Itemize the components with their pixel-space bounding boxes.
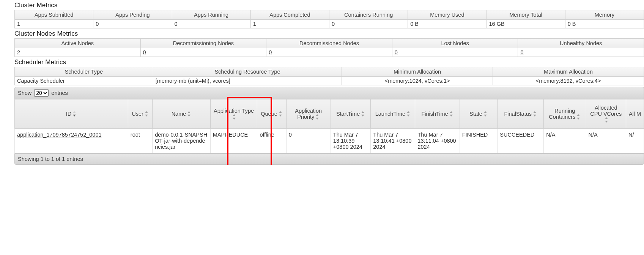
entries-toolbar: Show 20 entries	[14, 87, 644, 99]
td-all-m: N/	[626, 129, 644, 153]
td-min-alloc: <memory:1024, vCores:1>	[342, 77, 493, 85]
th-unhealthy-nodes[interactable]: Unhealthy Nodes	[518, 39, 644, 48]
th-id[interactable]: ID	[15, 99, 128, 129]
td-max-alloc: <memory:8192, vCores:4>	[493, 77, 644, 85]
td-lost-nodes[interactable]: 0	[392, 48, 518, 57]
th-queue[interactable]: Queue	[257, 99, 286, 129]
th-user[interactable]: User	[128, 99, 152, 129]
th-alloc-cpu[interactable]: Allocated CPU VCores	[586, 99, 626, 129]
entries-label: entries	[51, 90, 68, 96]
td-finish-time: Thu Mar 7 13:11:04 +0800 2024	[415, 129, 460, 153]
th-decommissioning-nodes[interactable]: Decommissioning Nodes	[140, 39, 266, 48]
th-launch-time[interactable]: LaunchTime	[371, 99, 415, 129]
th-containers-running[interactable]: Containers Running	[329, 10, 408, 20]
td-containers-running: 0	[329, 20, 408, 28]
th-apps-completed[interactable]: Apps Completed	[250, 10, 329, 20]
td-final-status: SUCCEEDED	[498, 129, 544, 153]
th-apps-running[interactable]: Apps Running	[172, 10, 250, 20]
th-name[interactable]: Name	[153, 99, 210, 129]
td-memory-total: 16 GB	[487, 20, 565, 28]
th-finish-time[interactable]: FinishTime	[415, 99, 460, 129]
td-apps-completed: 1	[250, 20, 329, 28]
td-memory-extra: 0 B	[565, 20, 644, 28]
th-start-time[interactable]: StartTime	[331, 99, 370, 129]
td-unhealthy-nodes[interactable]: 0	[518, 48, 644, 57]
applications-table: ID User Name Application Type Queue Appl…	[14, 99, 644, 153]
th-running-containers[interactable]: Running Containers	[544, 99, 586, 129]
td-apps-running: 0	[172, 20, 250, 28]
td-apps-submitted: 1	[15, 20, 93, 28]
td-start-time: Thu Mar 7 13:10:39 +0800 2024	[331, 129, 370, 153]
scheduler-metrics-table: Scheduler Type Scheduling Resource Type …	[14, 67, 644, 85]
section-scheduler-metrics: Scheduler Metrics	[14, 58, 644, 66]
th-apps-submitted[interactable]: Apps Submitted	[15, 10, 93, 20]
th-scheduler-type[interactable]: Scheduler Type	[15, 67, 153, 77]
td-launch-time: Thu Mar 7 13:10:41 +0800 2024	[371, 129, 415, 153]
td-alloc-cpu: N/A	[586, 129, 626, 153]
th-apps-pending[interactable]: Apps Pending	[93, 10, 172, 20]
show-label: Show	[18, 90, 31, 96]
th-priority[interactable]: Application Priority	[286, 99, 331, 129]
th-memory-total[interactable]: Memory Total	[487, 10, 565, 20]
td-decommissioning-nodes[interactable]: 0	[140, 48, 266, 57]
th-sched-resource-type[interactable]: Scheduling Resource Type	[153, 67, 342, 77]
th-active-nodes[interactable]: Active Nodes	[15, 39, 141, 48]
td-state: FINISHED	[460, 129, 498, 153]
th-max-alloc[interactable]: Maximum Allocation	[493, 67, 644, 77]
td-active-nodes[interactable]: 2	[15, 48, 141, 57]
td-apps-pending: 0	[93, 20, 172, 28]
td-memory-used: 0 B	[408, 20, 487, 28]
td-user: root	[128, 129, 152, 153]
td-queue: offline	[257, 129, 286, 153]
table-row: application_1709785724752_0001 root demo…	[15, 129, 644, 153]
th-min-alloc[interactable]: Minimum Allocation	[342, 67, 493, 77]
td-name: demo-0.0.1-SNAPSHOT-jar-with-dependencie…	[153, 129, 210, 153]
td-app-type: MAPREDUCE	[210, 129, 257, 153]
table-footer: Showing 1 to 1 of 1 entries	[14, 153, 644, 165]
td-running-containers: N/A	[544, 129, 586, 153]
page-size-select[interactable]: 20	[34, 89, 49, 97]
th-all-m[interactable]: All M	[626, 99, 644, 129]
th-memory-extra[interactable]: Memory	[565, 10, 644, 20]
cluster-metrics-table: Apps Submitted Apps Pending Apps Running…	[14, 10, 644, 28]
section-cluster-metrics: Cluster Metrics	[14, 2, 644, 9]
nodes-metrics-table: Active Nodes Decommissioning Nodes Decom…	[14, 38, 644, 57]
td-sched-resource-type: [memory-mb (unit=Mi), vcores]	[153, 77, 342, 85]
td-id[interactable]: application_1709785724752_0001	[15, 129, 128, 153]
td-priority: 0	[286, 129, 331, 153]
td-scheduler-type: Capacity Scheduler	[15, 77, 153, 85]
th-app-type[interactable]: Application Type	[210, 99, 257, 129]
section-cluster-nodes-metrics: Cluster Nodes Metrics	[14, 30, 644, 38]
th-memory-used[interactable]: Memory Used	[408, 10, 487, 20]
th-decommissioned-nodes[interactable]: Decommissioned Nodes	[266, 39, 392, 48]
td-decommissioned-nodes[interactable]: 0	[266, 48, 392, 57]
th-lost-nodes[interactable]: Lost Nodes	[392, 39, 518, 48]
th-final-status[interactable]: FinalStatus	[498, 99, 544, 129]
th-state[interactable]: State	[460, 99, 498, 129]
